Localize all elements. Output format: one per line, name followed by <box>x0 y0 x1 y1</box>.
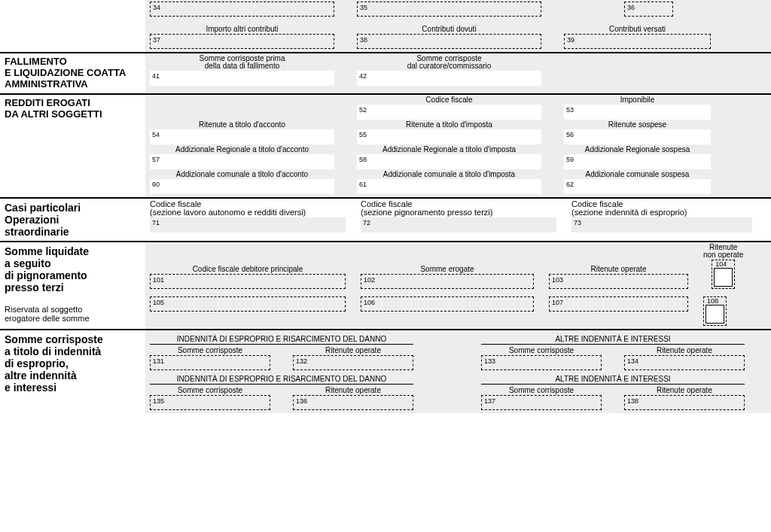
input-102[interactable]: 102 <box>361 274 534 289</box>
input-38[interactable]: 38 <box>357 34 541 49</box>
input-71[interactable]: 71 <box>150 217 346 233</box>
num-60: 60 <box>152 181 160 188</box>
num-71: 71 <box>152 219 160 226</box>
num-53: 53 <box>566 106 574 114</box>
field-73: Codice fiscale (sezione indennità di esp… <box>571 200 752 233</box>
label-38: Contributi dovuti <box>422 26 476 33</box>
input-103[interactable]: 103 <box>549 274 688 289</box>
field-137: Somme corrisposte 137 <box>481 387 602 410</box>
input-52[interactable]: 52 <box>357 105 541 120</box>
field-53: Imponibile 53 <box>564 96 711 120</box>
num-135: 135 <box>153 397 164 405</box>
num-59: 59 <box>566 156 574 163</box>
label-72: Codice fiscale (sezione pignoramento pre… <box>361 200 556 217</box>
field-135: Somme corrisposte 135 <box>150 387 270 410</box>
input-135[interactable]: 135 <box>150 395 270 410</box>
input-42[interactable]: 42 <box>357 71 541 86</box>
input-73[interactable]: 73 <box>571 217 752 233</box>
input-132[interactable]: 132 <box>293 355 413 370</box>
input-101[interactable]: 101 <box>150 274 346 289</box>
input-58[interactable]: 58 <box>357 154 541 169</box>
label-37: Importo altri contributi <box>206 26 278 33</box>
input-60[interactable]: 60 <box>150 179 334 194</box>
field-57: Addizionale Regionale a titolo d'acconto… <box>150 146 334 169</box>
num-36: 36 <box>627 4 635 11</box>
group-title-1b: INDENNITÀ DI ESPROPRIO E RISARCIMENTO DE… <box>150 375 413 383</box>
label-59: Addizionale Regionale sospesa <box>585 146 690 154</box>
input-39[interactable]: 39 <box>564 34 711 49</box>
field-62: Addizionale comunale sospesa 62 <box>564 171 711 194</box>
input-138[interactable]: 138 <box>624 395 745 410</box>
label-132: Ritenute operate <box>325 347 381 354</box>
field-105: 105 <box>150 296 346 312</box>
input-62[interactable]: 62 <box>564 179 711 194</box>
input-57[interactable]: 57 <box>150 154 334 169</box>
input-133[interactable]: 133 <box>481 355 602 370</box>
label-42: Somme corrisposte dal curatore/commissar… <box>407 55 492 70</box>
num-39: 39 <box>567 36 574 44</box>
input-36[interactable]: 36 <box>624 2 673 17</box>
input-55[interactable]: 55 <box>357 129 541 144</box>
field-39: Contributi versati 39 <box>564 26 711 49</box>
label-134: Ritenute operate <box>657 347 712 354</box>
field-134: Ritenute operate 134 <box>624 347 745 370</box>
label-58: Addizionale Regionale a titolo d'imposta <box>382 146 516 154</box>
field-132: Ritenute operate 132 <box>293 347 413 370</box>
input-54[interactable]: 54 <box>150 129 334 144</box>
label-54: Ritenute a titolo d'acconto <box>199 121 285 129</box>
num-136: 136 <box>296 397 307 405</box>
input-137[interactable]: 137 <box>481 395 602 410</box>
label-56: Ritenute sospese <box>608 121 666 129</box>
field-133: Somme corrisposte 133 <box>481 347 602 370</box>
group-title-2b: ALTRE INDENNITÀ E INTERESSI <box>481 375 745 383</box>
num-73: 73 <box>574 219 581 226</box>
input-34[interactable]: 34 <box>150 2 334 17</box>
input-105[interactable]: 105 <box>150 296 346 312</box>
input-108[interactable] <box>705 305 724 324</box>
num-41: 41 <box>152 72 160 80</box>
num-35: 35 <box>360 4 367 11</box>
section-fallimento-label: FALLIMENTO E LIQUIDAZIONE COATTA AMMINIS… <box>0 53 145 93</box>
field-108: 108 <box>703 296 727 326</box>
input-104[interactable] <box>714 268 733 287</box>
input-37[interactable]: 37 <box>150 34 334 49</box>
label-53: Imponibile <box>620 96 655 104</box>
group-title-2a: ALTRE INDENNITÀ E INTERESSI <box>481 335 745 343</box>
input-56[interactable]: 56 <box>564 129 711 144</box>
input-61[interactable]: 61 <box>357 179 541 194</box>
input-134[interactable]: 134 <box>624 355 745 370</box>
num-62: 62 <box>566 181 574 188</box>
input-41[interactable]: 41 <box>150 71 334 86</box>
input-59[interactable]: 59 <box>564 154 711 169</box>
group-altre-1: ALTRE INDENNITÀ E INTERESSI Somme corris… <box>481 335 745 370</box>
field-72: Codice fiscale (sezione pignoramento pre… <box>361 200 556 233</box>
num-101: 101 <box>153 276 164 284</box>
input-53[interactable]: 53 <box>564 105 711 120</box>
field-56: Ritenute sospese 56 <box>564 121 711 144</box>
input-131[interactable]: 131 <box>150 355 270 370</box>
group-altre-2: ALTRE INDENNITÀ E INTERESSI Somme corris… <box>481 375 745 410</box>
label-73: Codice fiscale (sezione indennità di esp… <box>571 200 752 217</box>
num-55: 55 <box>359 131 367 138</box>
section-redditi-label: REDDITI EROGATI DA ALTRI SOGGETTI <box>0 95 145 197</box>
input-107[interactable]: 107 <box>549 296 688 312</box>
field-55: Ritenute a titolo d'imposta 55 <box>357 121 541 144</box>
field-52: Codice fiscale 52 <box>357 96 541 120</box>
input-136[interactable]: 136 <box>293 395 413 410</box>
num-102: 102 <box>364 276 375 284</box>
num-72: 72 <box>363 219 370 226</box>
input-72[interactable]: 72 <box>361 217 556 233</box>
label-60: Addizionale comunale a titolo d'acconto <box>176 171 308 178</box>
label-71: Codice fiscale (sezione lavoro autonomo … <box>150 200 346 217</box>
input-35[interactable]: 35 <box>357 2 541 17</box>
num-52: 52 <box>359 106 367 114</box>
input-106[interactable]: 106 <box>361 296 534 312</box>
num-57: 57 <box>152 156 160 163</box>
section-pignoramento-label: Somme liquidate a seguito di pignorament… <box>5 245 141 293</box>
field-107: 107 <box>549 296 688 312</box>
label-62: Addizionale comunale sospesa <box>586 171 690 178</box>
field-58: Addizionale Regionale a titolo d'imposta… <box>357 146 541 169</box>
num-103: 103 <box>552 276 563 284</box>
field-101: Codice fiscale debitore principale 101 <box>150 266 346 289</box>
label-57: Addizionale Regionale a titolo d'acconto <box>175 146 309 154</box>
